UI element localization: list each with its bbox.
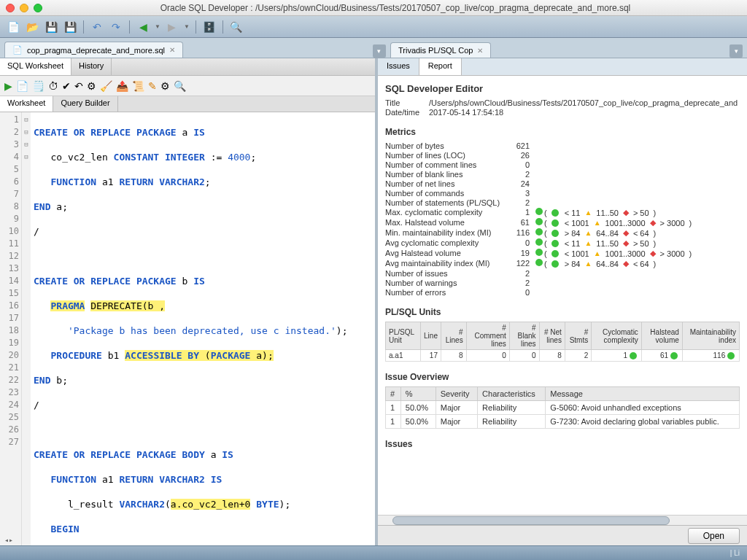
table-row[interactable]: 1 50.0% Major Reliability G-5060: Avoid … bbox=[386, 401, 740, 415]
export-icon[interactable]: 📤 bbox=[116, 80, 128, 92]
file-tab-strip: 📄 cop_pragma_deprecate_and_more.sql ✕ ▾ … bbox=[0, 38, 747, 58]
fold-gutter: ⊟⊟⊟⊟ bbox=[22, 112, 31, 545]
main-split: SQL Worksheet History ▶ 📄 🗒️ ⏱ ✔ ↶ ⚙ 🧹 📤… bbox=[0, 58, 747, 545]
dot-green-icon bbox=[535, 249, 543, 256]
panel-tab-label: Trivadis PL/SQL Cop bbox=[398, 46, 473, 55]
editor-subtabs: SQL Worksheet History bbox=[0, 58, 375, 76]
explain-icon[interactable]: 🗒️ bbox=[32, 80, 44, 92]
title-label: Title bbox=[385, 98, 429, 107]
panel-tab-right[interactable]: Trivadis PL/SQL Cop ✕ bbox=[390, 42, 492, 58]
report-heading: SQL Developer Editor bbox=[385, 83, 740, 94]
editor-pane: SQL Worksheet History ▶ 📄 🗒️ ⏱ ✔ ↶ ⚙ 🧹 📤… bbox=[0, 58, 378, 545]
minimize-icon[interactable] bbox=[20, 4, 28, 12]
zoom-icon[interactable] bbox=[34, 4, 42, 12]
line-gutter: 1234567891011121314151617181920212223242… bbox=[0, 112, 22, 545]
open-folder-icon[interactable]: 📂 bbox=[25, 20, 39, 34]
dot-green-icon bbox=[535, 228, 543, 236]
tab-dropdown-icon[interactable]: ▾ bbox=[373, 44, 386, 58]
history-icon[interactable]: 📜 bbox=[132, 80, 144, 92]
dot-green-icon bbox=[535, 259, 543, 266]
dot-green-icon bbox=[535, 218, 543, 225]
save-icon[interactable]: 💾 bbox=[44, 20, 58, 34]
scroll-corner-icon: ◂▸ bbox=[4, 536, 13, 544]
status-text: | Li bbox=[730, 549, 740, 557]
commit-icon[interactable]: ✔ bbox=[62, 80, 71, 92]
issues-heading: Issues bbox=[385, 436, 740, 449]
overview-table: # % Severity Characteristics Message 1 5… bbox=[385, 386, 740, 429]
dot-green-icon bbox=[535, 208, 543, 215]
units-table: PL/SQL Unit Line # Lines # Comment lines… bbox=[385, 322, 740, 362]
title-value: /Users/phs/ownCloud/Business/Tests/20170… bbox=[429, 98, 738, 107]
tab-dropdown-icon[interactable]: ▾ bbox=[729, 44, 743, 58]
redo-icon[interactable]: ↷ bbox=[109, 20, 123, 34]
forward-icon[interactable]: ▶ bbox=[165, 20, 179, 34]
autotrace-icon[interactable]: ⏱ bbox=[48, 80, 58, 92]
tab-issues[interactable]: Issues bbox=[378, 58, 419, 75]
subtab-history[interactable]: History bbox=[71, 58, 112, 75]
run-icon[interactable]: ▶ bbox=[4, 80, 12, 92]
wstab-query-builder[interactable]: Query Builder bbox=[53, 96, 117, 112]
sql-icon[interactable]: 🗄️ bbox=[202, 20, 217, 34]
open-button[interactable]: Open bbox=[688, 528, 740, 544]
ws-tabs: Worksheet Query Builder bbox=[0, 96, 375, 112]
datetime-value: 2017-05-14 17:54:18 bbox=[429, 108, 503, 117]
overview-heading: Issue Overview bbox=[385, 369, 740, 382]
undo-icon[interactable]: ↶ bbox=[90, 20, 104, 34]
file-tab-label: cop_pragma_deprecate_and_more.sql bbox=[27, 46, 165, 55]
worksheet-toolbar: ▶ 📄 🗒️ ⏱ ✔ ↶ ⚙ 🧹 📤 📜 ✎ ⚙ 🔍 bbox=[0, 76, 375, 96]
code-body[interactable]: CREATE OR REPLACE PACKAGE a IS co_vc2_le… bbox=[31, 112, 375, 545]
report-pane: Issues Report SQL Developer Editor Title… bbox=[378, 58, 747, 545]
window-controls bbox=[6, 4, 42, 12]
report-bottom-bar: Open bbox=[378, 525, 747, 545]
status-bar: | Li bbox=[0, 545, 747, 560]
close-tab-icon[interactable]: ✕ bbox=[477, 47, 483, 55]
sql-tuning-icon[interactable]: ⚙ bbox=[87, 80, 96, 92]
code-editor[interactable]: 1234567891011121314151617181920212223242… bbox=[0, 112, 375, 545]
main-toolbar: 📄 📂 💾 💾 ↶ ↷ ◀ ▼ ▶ ▼ 🗄️ 🔍 bbox=[0, 16, 747, 38]
window-title: Oracle SQL Developer : /Users/phs/ownClo… bbox=[50, 3, 741, 13]
close-icon[interactable] bbox=[6, 4, 15, 12]
datetime-label: Date/time bbox=[385, 108, 429, 117]
units-heading: PL/SQL Units bbox=[385, 304, 740, 317]
save-all-icon[interactable]: 💾 bbox=[63, 20, 77, 34]
wstab-worksheet[interactable]: Worksheet bbox=[0, 96, 53, 112]
new-file-icon[interactable]: 📄 bbox=[6, 20, 20, 34]
back-icon[interactable]: ◀ bbox=[136, 20, 150, 34]
file-icon: 📄 bbox=[12, 45, 23, 55]
table-row[interactable]: 1 50.0% Major Reliability G-7230: Avoid … bbox=[386, 415, 740, 429]
clear-icon[interactable]: 🧹 bbox=[100, 80, 112, 92]
metrics-heading: Metrics bbox=[385, 124, 740, 137]
report-body: SQL Developer Editor Title/Users/phs/own… bbox=[378, 76, 747, 515]
subtab-sql-worksheet[interactable]: SQL Worksheet bbox=[0, 58, 71, 75]
titlebar: Oracle SQL Developer : /Users/phs/ownClo… bbox=[0, 0, 747, 16]
file-tab-left[interactable]: 📄 cop_pragma_deprecate_and_more.sql ✕ bbox=[4, 42, 183, 58]
horizontal-scrollbar[interactable] bbox=[378, 515, 747, 525]
edit-icon[interactable]: ✎ bbox=[148, 80, 157, 92]
rollback-icon[interactable]: ↶ bbox=[74, 80, 83, 92]
binoculars-icon[interactable]: 🔍 bbox=[229, 20, 244, 34]
table-row[interactable]: a.a1 17 8 0 0 8 2 1 61 116 bbox=[386, 350, 740, 362]
tab-report[interactable]: Report bbox=[419, 58, 462, 75]
run-script-icon[interactable]: 📄 bbox=[16, 80, 28, 92]
close-tab-icon[interactable]: ✕ bbox=[169, 46, 175, 54]
dot-green-icon bbox=[535, 238, 543, 246]
report-tabs: Issues Report bbox=[378, 58, 747, 76]
options-icon[interactable]: ⚙ bbox=[160, 80, 170, 92]
find-icon[interactable]: 🔍 bbox=[174, 80, 186, 92]
